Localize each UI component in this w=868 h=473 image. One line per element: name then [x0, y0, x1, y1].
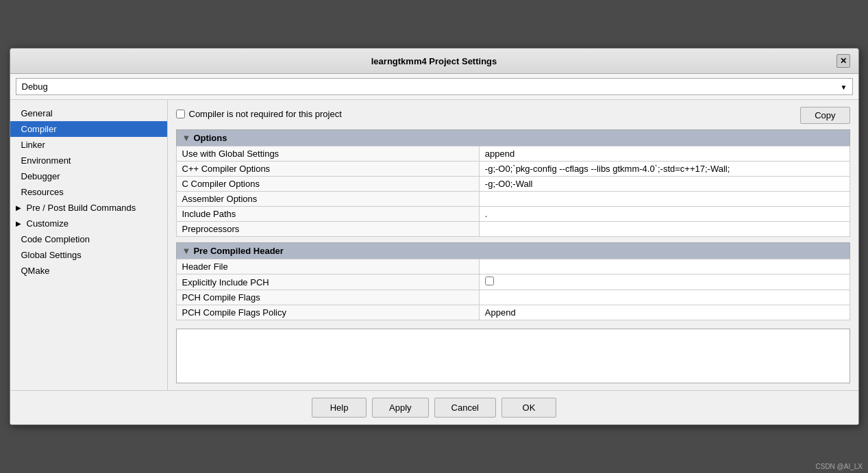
table-row: C Compiler Options -g;-O0;-Wall — [176, 177, 850, 192]
table-row: Assembler Options — [176, 192, 850, 207]
general-label: General — [21, 108, 53, 118]
row-key: Header File — [176, 259, 479, 274]
options-header: ▼Options — [176, 130, 850, 146]
compiler-required-checkbox[interactable] — [176, 110, 185, 118]
sidebar-item-pre-post[interactable]: ▶ Pre / Post Build Commands — [10, 200, 167, 216]
table-row: Explicitly Include PCH — [176, 274, 850, 290]
row-key: Include Paths — [176, 207, 479, 222]
main-dialog: learngtkmm4 Project Settings ✕ Debug Rel… — [10, 48, 859, 425]
table-row: Header File — [176, 259, 850, 274]
table-row: Preprocessors — [176, 222, 850, 237]
sidebar-item-customize[interactable]: ▶ Customize — [10, 216, 167, 231]
config-select-wrapper[interactable]: Debug Release — [16, 78, 853, 95]
table-row: PCH Compile Flags Policy Append — [176, 305, 850, 320]
row-value — [479, 259, 850, 274]
row-value — [479, 222, 850, 237]
options-header-row: ▼Options — [176, 130, 850, 146]
config-toolbar: Debug Release — [10, 74, 858, 100]
apply-button[interactable]: Apply — [372, 398, 429, 418]
row-key: PCH Compile Flags — [176, 290, 479, 305]
main-content: General Compiler Linker Environment Debu… — [10, 100, 858, 390]
code-completion-label: Code Completion — [21, 234, 90, 244]
sidebar-item-linker[interactable]: Linker — [10, 137, 167, 153]
precompiled-header: ▼Pre Compiled Header — [176, 243, 850, 259]
cancel-button[interactable]: Cancel — [434, 398, 496, 418]
row-key: Use with Global Settings — [176, 146, 479, 162]
editor-area[interactable] — [176, 329, 850, 383]
row-key: C Compiler Options — [176, 177, 479, 192]
title-bar: learngtkmm4 Project Settings ✕ — [10, 49, 858, 74]
table-row: PCH Compile Flags — [176, 290, 850, 305]
ok-button[interactable]: OK — [501, 398, 556, 418]
pre-post-label: Pre / Post Build Commands — [27, 203, 136, 213]
close-button[interactable]: ✕ — [836, 54, 850, 68]
row-value: append — [479, 146, 850, 162]
sidebar-item-resources[interactable]: Resources — [10, 184, 167, 200]
table-row: C++ Compiler Options -g;-O0;`pkg-config … — [176, 162, 850, 177]
explicitly-include-pch-checkbox[interactable] — [485, 277, 494, 285]
sidebar: General Compiler Linker Environment Debu… — [10, 100, 168, 390]
row-key: PCH Compile Flags Policy — [176, 305, 479, 320]
row-value: -g;-O0;-Wall — [479, 177, 850, 192]
sidebar-item-environment[interactable]: Environment — [10, 153, 167, 168]
watermark: CSDN @AI_LX — [815, 463, 863, 470]
row-value: Append — [479, 305, 850, 320]
customize-label: Customize — [27, 218, 69, 229]
row-key: Assembler Options — [176, 192, 479, 207]
content-area: Compiler is not required for this projec… — [168, 100, 858, 390]
compiler-required-row: Compiler is not required for this projec… — [176, 109, 342, 119]
table-row: Include Paths . — [176, 207, 850, 222]
sidebar-item-general[interactable]: General — [10, 105, 167, 121]
precompiled-header-row: ▼Pre Compiled Header — [176, 243, 850, 259]
copy-button[interactable]: Copy — [800, 107, 850, 124]
row-value: . — [479, 207, 850, 222]
sidebar-item-code-completion[interactable]: Code Completion — [10, 231, 167, 247]
environment-label: Environment — [21, 155, 71, 166]
config-select[interactable]: Debug Release — [16, 78, 853, 95]
checkbox-copy-row: Compiler is not required for this projec… — [176, 107, 850, 124]
dialog-title: learngtkmm4 Project Settings — [32, 56, 836, 66]
global-settings-label: Global Settings — [21, 250, 82, 260]
options-table: ▼Options Use with Global Settings append… — [176, 129, 850, 237]
row-value — [479, 192, 850, 207]
sidebar-item-compiler[interactable]: Compiler — [10, 121, 167, 137]
row-key: Preprocessors — [176, 222, 479, 237]
customize-arrow: ▶ — [16, 220, 21, 227]
explicitly-include-pch-cell — [479, 274, 850, 290]
pre-post-arrow: ▶ — [16, 204, 21, 212]
precompiled-table: ▼Pre Compiled Header Header File Explici… — [176, 242, 850, 320]
table-row: Use with Global Settings append — [176, 146, 850, 162]
row-key: C++ Compiler Options — [176, 162, 479, 177]
debugger-label: Debugger — [21, 171, 60, 181]
sidebar-item-global-settings[interactable]: Global Settings — [10, 247, 167, 263]
compiler-label: Compiler — [21, 124, 57, 134]
sidebar-item-debugger[interactable]: Debugger — [10, 168, 167, 184]
resources-label: Resources — [21, 187, 64, 197]
row-value: -g;-O0;`pkg-config --cflags --libs gtkmm… — [479, 162, 850, 177]
compiler-required-label: Compiler is not required for this projec… — [189, 109, 342, 119]
sidebar-item-qmake[interactable]: QMake — [10, 263, 167, 279]
bottom-bar: Help Apply Cancel OK — [10, 390, 858, 424]
help-button[interactable]: Help — [312, 398, 367, 418]
row-key: Explicitly Include PCH — [176, 274, 479, 290]
row-value — [479, 290, 850, 305]
linker-label: Linker — [21, 140, 45, 150]
qmake-label: QMake — [21, 266, 50, 276]
